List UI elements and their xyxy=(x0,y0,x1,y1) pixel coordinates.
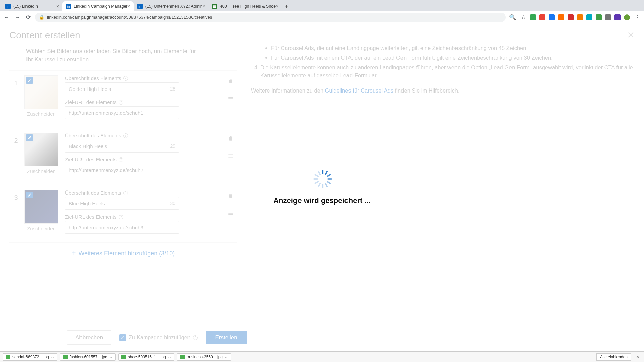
close-modal-button[interactable]: ✕ xyxy=(627,29,635,41)
help-icon[interactable]: ? xyxy=(123,76,128,81)
add-element-button[interactable]: +Weiteres Element hinzufügen (3/10) xyxy=(9,242,237,264)
forward-button[interactable]: → xyxy=(13,13,21,21)
hint-numbered: Die Karussellelemente können auch zu and… xyxy=(260,63,635,80)
help-icon[interactable]: ? xyxy=(193,335,198,340)
favicon-linkedin-icon: in xyxy=(66,4,71,9)
close-shelf-button[interactable]: ✕ xyxy=(634,355,641,359)
edit-image-icon[interactable] xyxy=(26,134,33,141)
help-panel: Für Carousel Ads, die auf eine Landingpa… xyxy=(251,44,635,264)
headline-input[interactable]: Black High Heels 29 xyxy=(65,140,179,153)
back-button[interactable]: ← xyxy=(3,13,11,21)
favicon-sheets-icon: ▦ xyxy=(212,4,217,9)
url-input[interactable]: http://unternehmenxyz.de/schuh2 xyxy=(65,164,179,176)
extension-icon[interactable] xyxy=(568,14,574,20)
extension-icon[interactable] xyxy=(605,14,611,20)
chevron-up-icon[interactable]: ︿ xyxy=(109,355,113,359)
close-tab-icon[interactable]: × xyxy=(56,4,59,9)
guidelines-link[interactable]: Guidelines für Carousel Ads xyxy=(325,87,394,94)
crop-link[interactable]: Zuschneiden xyxy=(23,111,60,117)
extension-icon[interactable] xyxy=(586,14,592,20)
browser-tab[interactable]: ▦ 400+ Free High Heels & Shoe × xyxy=(209,1,282,11)
headline-input[interactable]: Blue High Heels 30 xyxy=(65,197,179,210)
char-count: 28 xyxy=(170,86,175,92)
menu-icon[interactable]: ⋮ xyxy=(633,13,641,21)
url-input[interactable]: http://unternehmenxyz.de/schuh3 xyxy=(65,221,179,234)
extension-icon[interactable] xyxy=(577,14,583,20)
bookmark-icon[interactable]: ☆ xyxy=(519,13,527,21)
chevron-up-icon[interactable]: ︿ xyxy=(168,355,171,359)
more-info-text: Weitere Informationen zu den Guidelines … xyxy=(251,86,635,95)
carousel-items-panel: Wählen Sie Bilder aus oder laden Sie Bil… xyxy=(9,44,237,264)
close-tab-icon[interactable]: × xyxy=(128,4,130,9)
chevron-up-icon[interactable]: ︿ xyxy=(51,355,54,359)
file-icon xyxy=(6,355,10,359)
help-icon[interactable]: ? xyxy=(123,133,128,138)
show-all-downloads-button[interactable]: Alle einblenden xyxy=(596,353,631,361)
help-icon[interactable]: ? xyxy=(123,191,128,195)
help-icon[interactable]: ? xyxy=(119,215,123,219)
extension-icon[interactable] xyxy=(558,14,564,20)
carousel-item: 1 Zuschneiden Überschrift des Elements? … xyxy=(9,70,237,128)
item-thumbnail[interactable] xyxy=(24,133,58,166)
edit-image-icon[interactable] xyxy=(26,77,33,84)
item-thumbnail[interactable] xyxy=(24,190,58,224)
download-filename: fashion-601557....jpg xyxy=(70,355,107,359)
extension-icon[interactable] xyxy=(614,14,621,20)
item-thumbnail[interactable] xyxy=(24,75,58,109)
item-number: 1 xyxy=(9,75,23,87)
extension-icon[interactable] xyxy=(549,14,555,20)
file-icon xyxy=(180,355,185,359)
browser-tab[interactable]: in (15) Unternehmen XYZ: Admin × xyxy=(134,1,209,11)
drag-handle-icon[interactable] xyxy=(228,153,234,160)
delete-item-icon[interactable] xyxy=(228,135,234,143)
delete-item-icon[interactable] xyxy=(228,193,234,200)
reload-button[interactable]: ⟳ xyxy=(24,13,32,21)
cancel-button[interactable]: Abbrechen xyxy=(67,330,111,345)
zoom-icon[interactable]: 🔍 xyxy=(508,13,517,21)
download-item[interactable]: business-3560....jpg︿ xyxy=(177,353,231,361)
help-icon[interactable]: ? xyxy=(119,100,123,105)
hint-bullet: Für Carousel Ads, die auf eine Landingpa… xyxy=(271,44,635,52)
new-tab-button[interactable]: + xyxy=(282,3,291,10)
headline-value: Golden High Heels xyxy=(69,86,111,92)
item-number: 3 xyxy=(9,190,23,202)
char-count: 30 xyxy=(170,201,175,206)
browser-tab[interactable]: in (15) LinkedIn × xyxy=(2,1,62,11)
modal-title: Content erstellen xyxy=(9,30,80,41)
url-value: http://unternehmenxyz.de/schuh2 xyxy=(69,167,143,173)
checkbox-checked-icon: ✓ xyxy=(119,334,126,341)
extension-icon[interactable] xyxy=(596,14,602,20)
loading-text: Anzeige wird gespeichert ... xyxy=(273,196,371,205)
crop-link[interactable]: Zuschneiden xyxy=(23,226,60,231)
close-tab-icon[interactable]: × xyxy=(276,4,278,9)
help-icon[interactable]: ? xyxy=(119,157,123,162)
chevron-up-icon[interactable]: ︿ xyxy=(225,355,228,359)
url-input[interactable]: 🔒 linkedin.com/campaignmanager/account/5… xyxy=(35,13,506,22)
download-item[interactable]: fashion-601557....jpg︿ xyxy=(60,353,116,361)
headline-value: Blue High Heels xyxy=(69,201,105,206)
download-item[interactable]: sandal-669372....jpg︿ xyxy=(3,353,57,361)
modal-footer: Abbrechen ✓ Zu Kampagne hinzufügen ? Ers… xyxy=(0,330,644,345)
headline-input[interactable]: Golden High Heels 28 xyxy=(65,82,179,95)
file-icon xyxy=(121,355,126,359)
close-tab-icon[interactable]: × xyxy=(203,4,205,9)
modal-container: Content erstellen ✕ Wählen Sie Bilder au… xyxy=(0,23,644,351)
create-button[interactable]: Erstellen xyxy=(206,331,247,344)
add-element-label: Weiteres Element hinzufügen (3/10) xyxy=(78,250,175,257)
browser-tab-active[interactable]: in LinkedIn Campaign Manager × xyxy=(62,1,134,11)
edit-image-icon[interactable] xyxy=(26,192,33,198)
add-to-campaign-checkbox[interactable]: ✓ Zu Kampagne hinzufügen ? xyxy=(119,334,198,341)
download-filename: business-3560....jpg xyxy=(187,355,223,359)
crop-link[interactable]: Zuschneiden xyxy=(23,168,60,174)
drag-handle-icon[interactable] xyxy=(228,96,234,103)
download-shelf: sandal-669372....jpg︿ fashion-601557....… xyxy=(0,351,644,362)
extension-icon[interactable] xyxy=(530,14,536,20)
profile-avatar[interactable] xyxy=(624,14,630,20)
download-item[interactable]: shoe-590516_1....jpg︿ xyxy=(118,353,174,361)
drag-handle-icon[interactable] xyxy=(228,210,234,218)
headline-label: Überschrift des Elements xyxy=(65,133,121,138)
file-icon xyxy=(63,355,68,359)
extension-icon[interactable] xyxy=(539,14,545,20)
delete-item-icon[interactable] xyxy=(228,78,234,85)
url-input[interactable]: http://unternehmenxyz.de/schuh1 xyxy=(65,106,179,119)
